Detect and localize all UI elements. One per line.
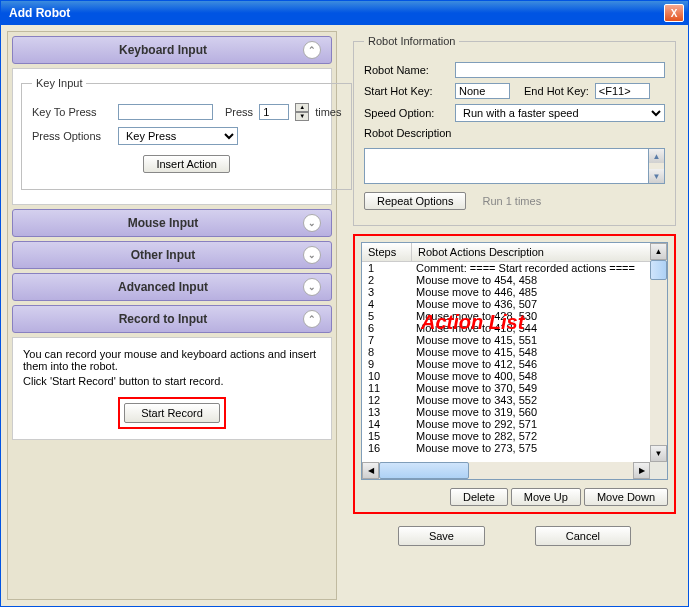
record-input-header[interactable]: Record to Input ⌃ (12, 305, 332, 333)
desc-cell: Mouse move to 436, 507 (412, 298, 667, 310)
step-cell: 16 (362, 442, 412, 454)
scroll-up-icon: ▲ (650, 243, 667, 260)
record-body: You can record your mouse and keyboard a… (12, 337, 332, 440)
desc-cell: Mouse move to 319, 560 (412, 406, 667, 418)
spinner-up[interactable]: ▲ (295, 103, 309, 112)
table-row[interactable]: 16Mouse move to 273, 575 (362, 442, 667, 454)
scroll-left-icon: ◀ (362, 462, 379, 479)
mouse-input-header[interactable]: Mouse Input ⌄ (12, 209, 332, 237)
step-cell: 1 (362, 262, 412, 274)
table-row[interactable]: 6Mouse move to 418, 544 (362, 322, 667, 334)
spinner-down[interactable]: ▼ (295, 112, 309, 121)
keyboard-input-body: Key Input Key To Press Press ▲ ▼ times (12, 68, 332, 205)
key-to-press-label: Key To Press (32, 106, 112, 118)
table-row[interactable]: 1Comment: ==== Start recorded actions ==… (362, 262, 667, 274)
step-cell: 14 (362, 418, 412, 430)
desc-cell: Mouse move to 415, 551 (412, 334, 667, 346)
step-cell: 9 (362, 358, 412, 370)
close-button[interactable]: X (664, 4, 684, 22)
table-row[interactable]: 9Mouse move to 412, 546 (362, 358, 667, 370)
scroll-thumb[interactable] (379, 462, 469, 479)
table-row[interactable]: 15Mouse move to 282, 572 (362, 430, 667, 442)
robot-info-fieldset: Robot Information Robot Name: Start Hot … (353, 35, 676, 226)
steps-column-header[interactable]: Steps (362, 243, 412, 261)
end-hotkey-input[interactable] (595, 83, 650, 99)
delete-button[interactable]: Delete (450, 488, 508, 506)
chevron-down-icon: ⌄ (303, 278, 321, 296)
step-cell: 12 (362, 394, 412, 406)
key-input-fieldset: Key Input Key To Press Press ▲ ▼ times (21, 77, 352, 190)
table-row[interactable]: 10Mouse move to 400, 548 (362, 370, 667, 382)
start-record-highlight: Start Record (118, 397, 226, 429)
repeat-options-button[interactable]: Repeat Options (364, 192, 466, 210)
scroll-thumb[interactable] (650, 260, 667, 280)
desc-cell: Mouse move to 454, 458 (412, 274, 667, 286)
table-row[interactable]: 14Mouse move to 292, 571 (362, 418, 667, 430)
table-row[interactable]: 13Mouse move to 319, 560 (362, 406, 667, 418)
desc-cell: Mouse move to 370, 549 (412, 382, 667, 394)
scroll-up-icon: ▲ (649, 149, 664, 163)
insert-action-button[interactable]: Insert Action (143, 155, 230, 173)
action-table: Steps Robot Actions Description 1Comment… (361, 242, 668, 480)
table-row[interactable]: 4Mouse move to 436, 507 (362, 298, 667, 310)
times-label: times (315, 106, 341, 118)
step-cell: 7 (362, 334, 412, 346)
robot-info-legend: Robot Information (364, 35, 459, 47)
start-hotkey-input[interactable] (455, 83, 510, 99)
desc-cell: Mouse move to 412, 546 (412, 358, 667, 370)
desc-cell: Mouse move to 343, 552 (412, 394, 667, 406)
step-cell: 8 (362, 346, 412, 358)
move-up-button[interactable]: Move Up (511, 488, 581, 506)
cancel-button[interactable]: Cancel (535, 526, 631, 546)
window-title: Add Robot (9, 6, 664, 20)
record-text-1: You can record your mouse and keyboard a… (23, 348, 321, 372)
start-record-button[interactable]: Start Record (124, 403, 220, 423)
scroll-down-icon: ▼ (649, 169, 664, 183)
scroll-down-icon: ▼ (650, 445, 667, 462)
desc-cell: Mouse move to 282, 572 (412, 430, 667, 442)
step-cell: 2 (362, 274, 412, 286)
press-options-select[interactable]: Key Press (118, 127, 238, 145)
move-down-button[interactable]: Move Down (584, 488, 668, 506)
table-row[interactable]: 8Mouse move to 415, 548 (362, 346, 667, 358)
table-row[interactable]: 7Mouse move to 415, 551 (362, 334, 667, 346)
robot-name-input[interactable] (455, 62, 665, 78)
robot-desc-textarea[interactable] (364, 148, 649, 184)
save-button[interactable]: Save (398, 526, 485, 546)
left-panel: Keyboard Input ⌃ Key Input Key To Press … (7, 31, 337, 600)
desc-cell: Mouse move to 415, 548 (412, 346, 667, 358)
horizontal-scrollbar[interactable]: ◀ ▶ (362, 462, 650, 479)
advanced-input-header[interactable]: Advanced Input ⌄ (12, 273, 332, 301)
step-cell: 10 (362, 370, 412, 382)
actions-column-header[interactable]: Robot Actions Description (412, 243, 667, 261)
mouse-input-title: Mouse Input (23, 216, 303, 230)
textarea-scrollbar[interactable]: ▲ ▼ (649, 148, 665, 184)
table-row[interactable]: 11Mouse move to 370, 549 (362, 382, 667, 394)
end-hotkey-label: End Hot Key: (524, 85, 589, 97)
press-label: Press (225, 106, 253, 118)
action-table-body[interactable]: 1Comment: ==== Start recorded actions ==… (362, 262, 667, 457)
scroll-right-icon: ▶ (633, 462, 650, 479)
press-count-input[interactable] (259, 104, 289, 120)
speed-option-select[interactable]: Run with a faster speed (455, 104, 665, 122)
repeat-status-text: Run 1 times (482, 195, 541, 207)
step-cell: 13 (362, 406, 412, 418)
step-cell: 11 (362, 382, 412, 394)
desc-cell: Mouse move to 418, 544 (412, 322, 667, 334)
step-cell: 5 (362, 310, 412, 322)
table-row[interactable]: 2Mouse move to 454, 458 (362, 274, 667, 286)
close-icon: X (671, 8, 678, 19)
other-input-title: Other Input (23, 248, 303, 262)
table-row[interactable]: 3Mouse move to 446, 485 (362, 286, 667, 298)
step-cell: 6 (362, 322, 412, 334)
key-to-press-input[interactable] (118, 104, 213, 120)
right-panel: Robot Information Robot Name: Start Hot … (347, 31, 682, 600)
desc-cell: Mouse move to 400, 548 (412, 370, 667, 382)
press-options-label: Press Options (32, 130, 112, 142)
advanced-input-title: Advanced Input (23, 280, 303, 294)
other-input-header[interactable]: Other Input ⌄ (12, 241, 332, 269)
table-row[interactable]: 12Mouse move to 343, 552 (362, 394, 667, 406)
vertical-scrollbar[interactable]: ▲ ▼ (650, 243, 667, 462)
keyboard-input-header[interactable]: Keyboard Input ⌃ (12, 36, 332, 64)
table-row[interactable]: 5Mouse move to 428, 530 (362, 310, 667, 322)
